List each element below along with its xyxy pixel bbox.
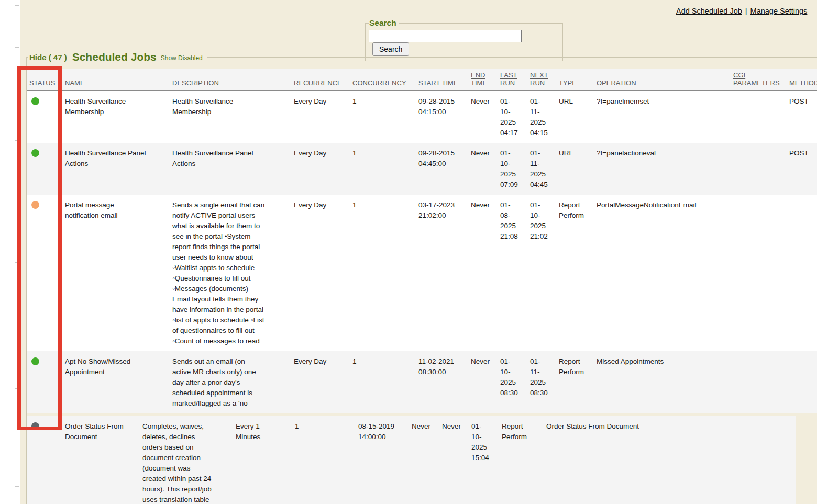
cell-start-time: 11-02-2021 08:30:00 [416, 351, 469, 413]
cell-type: URL [557, 143, 594, 195]
cell-recurrence: Every Day [292, 351, 350, 413]
left-margin-tick [15, 262, 19, 263]
cell-last-run: Never [440, 416, 469, 504]
cell-concurrency: 1 [350, 91, 416, 143]
jobs-table-body: Health Surveillance MembershipHealth Sur… [27, 91, 817, 413]
cell-cgi-parameters [731, 91, 787, 143]
add-scheduled-job-link[interactable]: Add Scheduled Job [676, 7, 742, 15]
cell-name: Portal message notification email [63, 195, 170, 351]
manage-settings-link[interactable]: Manage Settings [750, 7, 808, 15]
job-row: Health Surveillance MembershipHealth Sur… [27, 91, 817, 143]
cell-status [27, 91, 63, 143]
job-row: Portal message notification emailSends a… [27, 195, 817, 351]
cell-type: Report Perform [500, 416, 544, 504]
cell-recurrence: Every Day [292, 195, 350, 351]
cell-status [27, 416, 63, 504]
cell-type: Report Perform [557, 351, 594, 413]
column-header-description[interactable]: DESCRIPTION [170, 69, 292, 91]
scheduled-jobs-table-continued: Order Status From DocumentCompletes, wai… [27, 416, 796, 504]
cell-concurrency: 1 [293, 416, 356, 504]
cell-last-run: 01- 10- 2025 04:17 [498, 91, 528, 143]
cell-operation: Order Status From Document [544, 416, 796, 504]
scheduled-jobs-legend: Hide ( 47 )Scheduled JobsShow Disabled [28, 51, 207, 63]
cell-start-time: 08-15-2019 14:00:00 [356, 416, 410, 504]
left-margin-tick [15, 140, 19, 141]
cell-start-time: 09-28-2015 04:15:00 [416, 91, 469, 143]
cell-cgi-parameters [731, 195, 787, 351]
cell-recurrence: Every Day [292, 91, 350, 143]
column-header-end-time[interactable]: END TIME [469, 69, 498, 91]
hide-count-link[interactable]: Hide ( 47 ) [29, 53, 67, 62]
table-header-row: STATUSNAMEDESCRIPTIONRECURRENCECONCURREN… [27, 69, 817, 91]
cell-description: Completes, waives, deletes, declines ord… [140, 416, 234, 504]
left-margin-tick [15, 47, 19, 48]
cell-type: URL [557, 91, 594, 143]
cell-recurrence: Every Day [292, 143, 350, 195]
cell-operation: Missed Appointments [594, 351, 731, 413]
cell-end-time: Never [410, 416, 440, 504]
status-dot-enabled [31, 97, 39, 105]
cell-method [787, 195, 817, 351]
cell-operation: ?f=panelmemset [594, 91, 731, 143]
column-header-concurrency[interactable]: CONCURRENCY [350, 69, 416, 91]
cell-end-time: Never [469, 143, 498, 195]
cell-start-time: 09-28-2015 04:45:00 [416, 143, 469, 195]
column-header-start-time[interactable]: START TIME [416, 69, 469, 91]
left-margin-tick [15, 486, 19, 487]
status-dot-warning [31, 201, 39, 209]
cell-name: Apt No Show/Missed Appointment [63, 351, 170, 413]
cell-method [787, 351, 817, 413]
cell-operation: PortalMessageNotificationEmail [594, 195, 731, 351]
cell-description: Sends out an email (on active MR charts … [170, 351, 292, 413]
search-input[interactable] [369, 30, 522, 42]
cell-concurrency: 1 [350, 143, 416, 195]
status-dot-disabled [31, 422, 39, 430]
jobs-table2-body: Order Status From DocumentCompletes, wai… [27, 416, 796, 504]
column-header-last-run[interactable]: LAST RUN [498, 69, 528, 91]
cell-status [27, 351, 63, 413]
cell-next-run: 01- 10- 2025 15:04 [469, 416, 500, 504]
column-header-name[interactable]: NAME [63, 69, 170, 91]
cell-last-run: 01- 08- 2025 21:08 [498, 195, 528, 351]
cell-recurrence: Every 1 Minutes [234, 416, 293, 504]
cell-end-time: Never [469, 351, 498, 413]
cell-last-run: 01- 10- 2025 07:09 [498, 143, 528, 195]
cell-concurrency: 1 [350, 195, 416, 351]
page-title: Scheduled Jobs [72, 51, 157, 63]
column-header-method[interactable]: METHOD [787, 69, 817, 91]
search-panel-legend: Search [369, 18, 399, 28]
cell-status [27, 195, 63, 351]
scheduled-jobs-panel: Hide ( 47 )Scheduled JobsShow Disabled S… [26, 51, 817, 504]
column-header-type[interactable]: TYPE [557, 69, 594, 91]
cell-next-run: 01- 11- 2025 04:45 [528, 143, 557, 195]
column-header-status[interactable]: STATUS [27, 69, 63, 91]
cell-end-time: Never [469, 91, 498, 143]
job-row: Health Surveillance Panel ActionsHealth … [27, 143, 817, 195]
cell-description: Health Surveillance Panel Actions [170, 143, 292, 195]
status-dot-enabled [31, 149, 39, 157]
job-row: Apt No Show/Missed AppointmentSends out … [27, 351, 817, 413]
cell-description: Health Surveillance Membership [170, 91, 292, 143]
scheduled-jobs-table: STATUSNAMEDESCRIPTIONRECURRENCECONCURREN… [27, 69, 817, 413]
cell-status [27, 143, 63, 195]
status-dot-enabled [31, 357, 39, 365]
show-disabled-link[interactable]: Show Disabled [161, 54, 203, 62]
cell-next-run: 01- 11- 2025 04:15 [528, 91, 557, 143]
cell-start-time: 03-17-2023 21:02:00 [416, 195, 469, 351]
job-row: Order Status From DocumentCompletes, wai… [27, 416, 796, 504]
column-header-next-run[interactable]: NEXT RUN [528, 69, 557, 91]
column-header-operation[interactable]: OPERATION [594, 69, 731, 91]
cell-description: Sends a single email that can notify ACT… [170, 195, 292, 351]
cell-name: Order Status From Document [63, 416, 140, 504]
cell-end-time: Never [469, 195, 498, 351]
left-margin-tick [15, 5, 19, 6]
cell-operation: ?f=panelactioneval [594, 143, 731, 195]
column-header-cgi-parameters[interactable]: CGI PARAMETERS [731, 69, 787, 91]
cell-name: Health Surveillance Membership [63, 91, 170, 143]
column-header-recurrence[interactable]: RECURRENCE [292, 69, 350, 91]
cell-method: POST [787, 91, 817, 143]
cell-last-run: 01- 10- 2025 08:30 [498, 351, 528, 413]
left-margin-tick [15, 388, 19, 389]
cell-name: Health Surveillance Panel Actions [63, 143, 170, 195]
cell-next-run: 01- 11- 2025 08:30 [528, 351, 557, 413]
